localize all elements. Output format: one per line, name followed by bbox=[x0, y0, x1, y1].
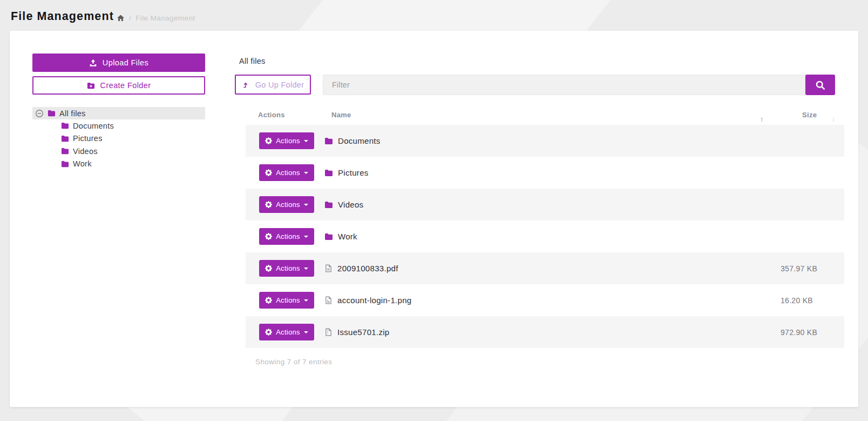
folder-icon bbox=[324, 137, 333, 145]
tree-item-documents[interactable]: Documents bbox=[61, 119, 205, 132]
row-name[interactable]: Pictures bbox=[324, 157, 369, 189]
gear-icon bbox=[265, 329, 272, 336]
collapse-icon[interactable] bbox=[35, 109, 44, 118]
row-actions-button[interactable]: Actions bbox=[259, 196, 314, 213]
current-folder-label: All files bbox=[239, 57, 266, 65]
tree-item-label: Documents bbox=[73, 122, 114, 130]
row-actions-button[interactable]: Actions bbox=[259, 324, 314, 340]
table-row: Actions 2009100833.pdf 357.97 KB bbox=[246, 252, 844, 284]
row-actions-button[interactable]: Actions bbox=[259, 228, 314, 245]
chevron-down-icon bbox=[304, 172, 308, 174]
upload-files-label: Upload Files bbox=[103, 58, 148, 67]
tree-item-videos[interactable]: Videos bbox=[61, 145, 205, 158]
row-name[interactable]: Issue5701.zip bbox=[324, 316, 389, 348]
row-name-label: Documents bbox=[338, 136, 381, 145]
row-name-label: Work bbox=[338, 232, 357, 241]
row-actions-button[interactable]: Actions bbox=[259, 292, 314, 309]
row-actions-label: Actions bbox=[276, 201, 300, 209]
tree-item-work[interactable]: Work bbox=[61, 158, 205, 171]
tree-item-all-files[interactable]: All files bbox=[32, 107, 205, 119]
entries-info: Showing 7 of 7 entries bbox=[255, 358, 332, 366]
table-row: Actions Pictures bbox=[246, 157, 844, 189]
gear-icon bbox=[265, 265, 272, 272]
folder-icon bbox=[324, 201, 333, 209]
row-actions-label: Actions bbox=[276, 137, 300, 145]
table-header: Actions Name ↑↓ Size ↑↓ bbox=[246, 106, 844, 124]
gear-icon bbox=[265, 169, 272, 176]
column-header-size[interactable]: Size bbox=[802, 111, 817, 119]
row-actions-label: Actions bbox=[276, 232, 300, 240]
file-image-icon bbox=[324, 296, 333, 304]
folder-icon bbox=[324, 169, 333, 177]
row-name-label: Issue5701.zip bbox=[337, 328, 389, 337]
chevron-down-icon bbox=[304, 268, 308, 270]
row-actions-button[interactable]: Actions bbox=[259, 132, 314, 149]
chevron-down-icon bbox=[304, 331, 308, 333]
row-name[interactable]: account-login-1.png bbox=[324, 284, 411, 316]
tree-item-pictures[interactable]: Pictures bbox=[61, 132, 205, 145]
column-header-name[interactable]: Name bbox=[331, 111, 351, 119]
gear-icon bbox=[265, 137, 272, 144]
folder-icon bbox=[61, 147, 69, 155]
table-row: Actions account-login-1.png 16.20 KB bbox=[246, 284, 844, 316]
folder-icon bbox=[61, 122, 69, 130]
tree-root-label: All files bbox=[59, 109, 86, 118]
filter-input[interactable] bbox=[323, 75, 805, 95]
folder-tree: All files Documents Pictures Videos Work bbox=[32, 107, 205, 170]
chevron-down-icon bbox=[304, 299, 308, 302]
level-up-icon bbox=[242, 81, 250, 89]
search-icon bbox=[815, 80, 825, 90]
search-button[interactable] bbox=[805, 75, 835, 95]
chevron-down-icon bbox=[304, 236, 308, 238]
folder-icon bbox=[61, 160, 69, 168]
folder-icon bbox=[48, 109, 56, 117]
table-row: Actions Videos bbox=[246, 189, 844, 220]
row-name[interactable]: Work bbox=[324, 220, 357, 252]
go-up-folder-button[interactable]: Go Up Folder bbox=[235, 75, 311, 95]
go-up-folder-label: Go Up Folder bbox=[255, 81, 304, 89]
row-name-label: Pictures bbox=[338, 168, 369, 177]
row-name[interactable]: 2009100833.pdf bbox=[324, 252, 398, 284]
row-size-label: 972.90 KB bbox=[781, 328, 817, 337]
tree-item-label: Work bbox=[73, 159, 92, 168]
file-pdf-icon bbox=[324, 264, 333, 272]
row-actions-label: Actions bbox=[276, 328, 300, 336]
row-size-label: 357.97 KB bbox=[781, 264, 817, 273]
page-title: File Management bbox=[11, 10, 114, 23]
row-size: 972.90 KB bbox=[781, 316, 817, 348]
row-name-label: Videos bbox=[338, 200, 363, 209]
row-name[interactable]: Videos bbox=[324, 189, 363, 220]
row-name-label: 2009100833.pdf bbox=[337, 264, 398, 273]
home-icon[interactable] bbox=[117, 14, 125, 22]
row-name-label: account-login-1.png bbox=[337, 296, 411, 305]
table-row: Actions Documents bbox=[246, 125, 844, 157]
row-size: 16.20 KB bbox=[781, 284, 813, 316]
row-name[interactable]: Documents bbox=[324, 125, 381, 157]
row-size-label: 16.20 KB bbox=[781, 296, 813, 305]
upload-files-button[interactable]: Upload Files bbox=[32, 54, 205, 72]
row-actions-label: Actions bbox=[276, 169, 300, 177]
table-row: Actions Work bbox=[246, 220, 844, 252]
tree-item-label: Pictures bbox=[73, 134, 103, 143]
file-archive-icon bbox=[324, 328, 333, 336]
chevron-down-icon bbox=[304, 204, 308, 206]
create-folder-button[interactable]: Create Folder bbox=[32, 76, 205, 95]
tree-item-label: Videos bbox=[73, 147, 98, 156]
row-actions-label: Actions bbox=[276, 264, 300, 272]
create-folder-label: Create Folder bbox=[100, 81, 151, 90]
breadcrumb: / File Management bbox=[117, 14, 195, 22]
folder-icon bbox=[61, 135, 69, 143]
row-actions-button[interactable]: Actions bbox=[259, 164, 314, 181]
table-row: Actions Issue5701.zip 972.90 KB bbox=[246, 316, 844, 348]
chevron-down-icon bbox=[304, 140, 308, 142]
row-actions-label: Actions bbox=[276, 296, 300, 304]
folder-plus-icon bbox=[87, 82, 95, 90]
breadcrumb-separator: / bbox=[129, 14, 131, 22]
file-rows: Actions Documents Actions bbox=[246, 125, 844, 348]
row-actions-button[interactable]: Actions bbox=[259, 260, 314, 277]
gear-icon bbox=[265, 297, 272, 304]
gear-icon bbox=[265, 201, 272, 208]
upload-icon bbox=[89, 59, 97, 67]
gear-icon bbox=[265, 233, 272, 240]
tree-children: Documents Pictures Videos Work bbox=[32, 119, 205, 170]
